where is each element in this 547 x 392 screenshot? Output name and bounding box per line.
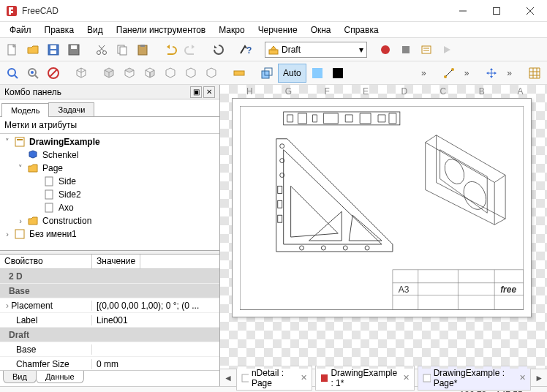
minimize-button[interactable] (446, 0, 480, 22)
menu-help[interactable]: Справка (338, 23, 385, 37)
fit-all-button[interactable] (3, 64, 22, 83)
svg-text:A3: A3 (399, 284, 410, 295)
tree-item-construction[interactable]: › Construction (0, 214, 219, 227)
macro-record-button[interactable] (376, 40, 395, 59)
saveas-button[interactable] (64, 40, 83, 59)
prop-chamfer[interactable]: Chamfer Size 0 mm (0, 357, 219, 370)
new-button[interactable] (3, 40, 22, 59)
construction-toggle[interactable] (308, 64, 327, 83)
svg-line-29 (35, 75, 38, 78)
technical-drawing: A3 free (240, 106, 524, 310)
tree-item-side[interactable]: Side (0, 175, 219, 188)
overflow-icon[interactable]: » (417, 68, 431, 78)
refresh-button[interactable] (209, 40, 228, 59)
tree-item-page[interactable]: ˅ Page (0, 162, 219, 175)
svg-line-14 (99, 45, 104, 51)
svg-point-21 (381, 45, 390, 54)
mdi-tab[interactable]: DrawingExample : 1* ✕ (315, 366, 415, 391)
drawing-canvas[interactable]: HGFEDCBA (220, 85, 547, 369)
panel-float-button[interactable]: ▣ (190, 86, 202, 98)
whatsthis-button[interactable]: ? (237, 40, 256, 59)
open-button[interactable] (23, 40, 42, 59)
svg-rect-8 (50, 50, 56, 54)
tree-doc-drawingexample[interactable]: ˅ DrawingExample (0, 135, 219, 148)
view-left-button[interactable] (202, 64, 221, 83)
line-tool-button[interactable] (440, 64, 459, 83)
grid-toggle[interactable] (525, 64, 544, 83)
svg-rect-54 (278, 186, 282, 193)
page-icon (44, 189, 54, 200)
view-right-button[interactable] (140, 64, 159, 83)
svg-point-57 (300, 246, 304, 250)
draw-style-button[interactable] (44, 64, 63, 83)
prop-tab-data[interactable]: Данные (36, 371, 84, 383)
overflow-icon[interactable]: » (460, 68, 474, 78)
prop-label[interactable]: Label Line001 (0, 313, 219, 328)
paste-button[interactable] (133, 40, 152, 59)
tree-item-schenkel[interactable]: Schenkel (0, 148, 219, 162)
svg-rect-22 (402, 46, 410, 53)
color-button[interactable] (328, 64, 347, 83)
svg-rect-10 (71, 45, 77, 49)
redo-button[interactable] (181, 40, 200, 59)
tab-prev-button[interactable]: ◄ (223, 373, 233, 383)
cut-button[interactable] (92, 40, 111, 59)
workbench-selector[interactable]: Draft ▾ (265, 42, 367, 58)
maximize-button[interactable] (480, 0, 513, 22)
overflow-icon[interactable]: » (502, 68, 516, 78)
undo-button[interactable] (161, 40, 180, 59)
svg-rect-34 (262, 71, 269, 78)
wplane-button[interactable] (257, 64, 276, 83)
macro-stop-button[interactable] (396, 40, 415, 59)
tab-close-icon[interactable]: ✕ (403, 373, 410, 382)
svg-rect-50 (284, 112, 400, 125)
menu-drawing[interactable]: Черчение (252, 23, 304, 37)
svg-point-58 (321, 246, 325, 250)
view-iso-button[interactable] (72, 64, 91, 83)
prop-tab-view[interactable]: Вид (3, 371, 37, 383)
prop-placement[interactable]: › Placement [(0,00 0,00 1,00); 0 °; (0 .… (0, 298, 219, 313)
fit-selection-button[interactable] (23, 64, 42, 83)
save-button[interactable] (44, 40, 63, 59)
menu-macro[interactable]: Макро (212, 23, 251, 37)
svg-point-11 (97, 50, 101, 54)
menu-file[interactable]: Файл (3, 23, 38, 37)
folder-icon (28, 216, 38, 226)
tab-close-icon[interactable]: ✕ (301, 373, 307, 382)
copy-button[interactable] (113, 40, 132, 59)
tab-model[interactable]: Модель (1, 103, 49, 117)
window-title: FreeCAD (22, 6, 446, 16)
col-property: Свойство (0, 255, 92, 268)
page-icon (423, 374, 430, 382)
mdi-tab[interactable]: nDetail : Page ✕ (236, 366, 312, 391)
svg-rect-72 (321, 374, 328, 382)
prop-group-2d: 2 D (0, 269, 219, 284)
menu-windows[interactable]: Окна (304, 23, 338, 37)
tab-tasks[interactable]: Задачи (48, 102, 94, 116)
svg-rect-44 (17, 139, 23, 140)
close-button[interactable] (513, 0, 547, 22)
property-panel: Свойство Значение 2 D Base › Placement [… (0, 255, 219, 386)
menu-edit[interactable]: Правка (38, 23, 81, 37)
macro-edit-button[interactable] (417, 40, 436, 59)
move-tool-button[interactable] (482, 64, 501, 83)
view-front-button[interactable] (99, 64, 118, 83)
auto-toggle[interactable]: Auto (278, 64, 306, 83)
tree-item-side2[interactable]: Side2 (0, 188, 219, 201)
menu-toolbars[interactable]: Панели инструментов (110, 23, 212, 37)
menu-view[interactable]: Вид (80, 23, 110, 37)
mdi-tab[interactable]: DrawingExample : Page* ✕ (418, 366, 531, 391)
tree-doc-unnamed[interactable]: › Без имени1 (0, 227, 219, 241)
tab-close-icon[interactable]: ✕ (519, 373, 526, 382)
tree-view[interactable]: ˅ DrawingExample Schenkel ˅ Page Side (0, 134, 219, 250)
prop-base[interactable]: Base (0, 342, 219, 357)
view-bottom-button[interactable] (181, 64, 200, 83)
tree-item-axo[interactable]: Axo (0, 201, 219, 214)
view-rear-button[interactable] (161, 64, 180, 83)
macro-play-button[interactable] (437, 40, 456, 59)
menu-bar: Файл Правка Вид Панели инструментов Макр… (0, 22, 547, 38)
view-top-button[interactable] (120, 64, 139, 83)
panel-close-button[interactable]: ✕ (203, 86, 215, 98)
measure-button[interactable] (230, 64, 249, 83)
tab-next-button[interactable]: ► (534, 373, 544, 383)
